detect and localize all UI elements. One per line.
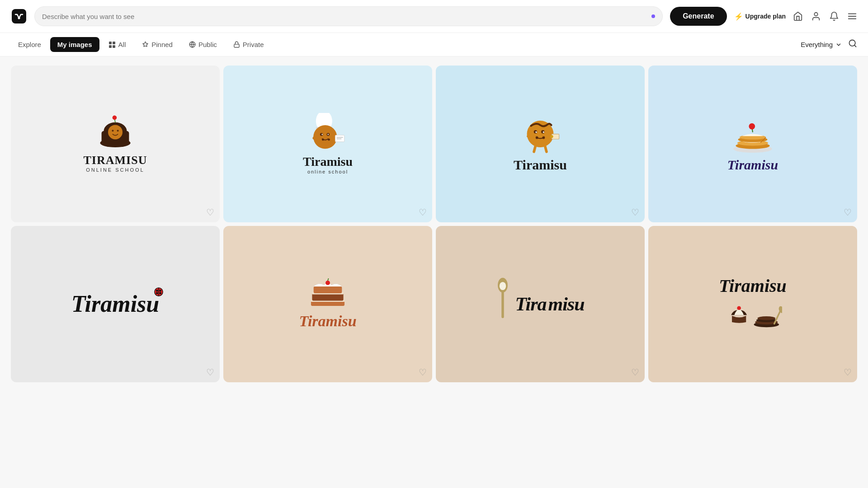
image-card-8[interactable]: Tiramisu — [648, 226, 857, 383]
svg-point-64 — [160, 292, 162, 295]
svg-line-44 — [534, 146, 535, 152]
heart-button-1[interactable]: ♡ — [206, 207, 214, 218]
user-button[interactable] — [811, 11, 821, 21]
heart-button-3[interactable]: ♡ — [631, 207, 639, 218]
heart-button-4[interactable]: ♡ — [844, 207, 852, 218]
search-bar — [34, 6, 663, 26]
heart-button-8[interactable]: ♡ — [844, 367, 852, 378]
dot-indicator — [651, 14, 655, 18]
svg-point-70 — [326, 281, 330, 285]
svg-point-75 — [737, 306, 741, 310]
svg-line-32 — [314, 138, 319, 140]
svg-line-14 — [854, 45, 856, 47]
svg-rect-34 — [335, 135, 344, 142]
heart-button-6[interactable]: ♡ — [419, 367, 427, 378]
image-card-3[interactable]: Tiramisu ♡ — [436, 66, 645, 222]
image-card-4[interactable]: Tiramisu ♡ — [648, 66, 857, 222]
gallery: TIRAMISU ONLINE SCHOOL ♡ — [0, 56, 868, 391]
header-icons — [793, 11, 857, 21]
menu-button[interactable] — [847, 11, 857, 21]
svg-point-1 — [18, 17, 20, 19]
svg-rect-8 — [109, 45, 112, 48]
svg-line-46 — [528, 136, 533, 138]
svg-point-20 — [117, 130, 119, 131]
gallery-row-2: Tiramisu ♡ — [11, 226, 857, 383]
svg-rect-0 — [12, 9, 26, 23]
gallery-row-1: TIRAMISU ONLINE SCHOOL ♡ — [11, 66, 857, 222]
upgrade-button[interactable]: ⚡ Upgrade plan — [734, 12, 786, 21]
tab-public[interactable]: Public — [182, 37, 224, 52]
svg-point-49 — [550, 135, 553, 138]
svg-line-71 — [328, 278, 329, 281]
svg-point-57 — [749, 123, 755, 130]
svg-point-30 — [322, 134, 323, 135]
notification-button[interactable] — [829, 11, 839, 21]
svg-rect-74 — [502, 291, 504, 318]
svg-point-79 — [757, 316, 775, 320]
svg-rect-69 — [314, 286, 342, 293]
tab-pinned[interactable]: Pinned — [135, 37, 180, 52]
home-button[interactable] — [793, 11, 803, 21]
everything-dropdown[interactable]: Everything — [796, 38, 846, 51]
svg-rect-9 — [113, 45, 115, 48]
heart-button-7[interactable]: ♡ — [631, 367, 639, 378]
svg-point-61 — [156, 290, 158, 292]
svg-rect-12 — [234, 44, 239, 47]
image-card-2[interactable]: Tiramisu online school ♡ — [223, 66, 432, 222]
svg-point-62 — [160, 290, 162, 292]
search-button[interactable] — [848, 39, 857, 50]
svg-rect-6 — [109, 42, 112, 44]
search-input[interactable] — [42, 13, 648, 20]
heart-button-2[interactable]: ♡ — [419, 207, 427, 218]
svg-point-63 — [156, 292, 158, 295]
svg-point-73 — [500, 282, 506, 290]
tab-private[interactable]: Private — [226, 37, 271, 52]
tab-all[interactable]: All — [101, 37, 133, 52]
generate-button[interactable]: Generate — [670, 7, 726, 26]
svg-point-19 — [112, 130, 113, 131]
svg-point-25 — [313, 125, 337, 149]
svg-point-18 — [108, 125, 123, 140]
svg-point-2 — [814, 13, 817, 16]
svg-line-45 — [545, 146, 547, 152]
heart-button-5[interactable]: ♡ — [206, 367, 214, 378]
image-card-7[interactable]: Tiramisu ♡ — [436, 226, 645, 383]
tab-explore[interactable]: Explore — [11, 37, 48, 52]
header: Generate ⚡ Upgrade plan — [0, 0, 868, 33]
svg-rect-7 — [113, 42, 115, 44]
image-card-5[interactable]: Tiramisu ♡ — [11, 226, 220, 383]
image-card-6[interactable]: Tiramisu ♡ — [223, 226, 432, 383]
app-logo — [11, 8, 27, 24]
svg-point-43 — [543, 131, 544, 133]
tab-my-images[interactable]: My images — [50, 37, 99, 52]
image-card-1[interactable]: TIRAMISU ONLINE SCHOOL ♡ — [11, 66, 220, 222]
svg-point-22 — [113, 116, 117, 120]
svg-point-42 — [535, 131, 537, 133]
bolt-icon: ⚡ — [734, 12, 743, 21]
nav-bar: Explore My images All Pinned Public Priv… — [0, 33, 868, 56]
svg-point-31 — [328, 134, 329, 135]
